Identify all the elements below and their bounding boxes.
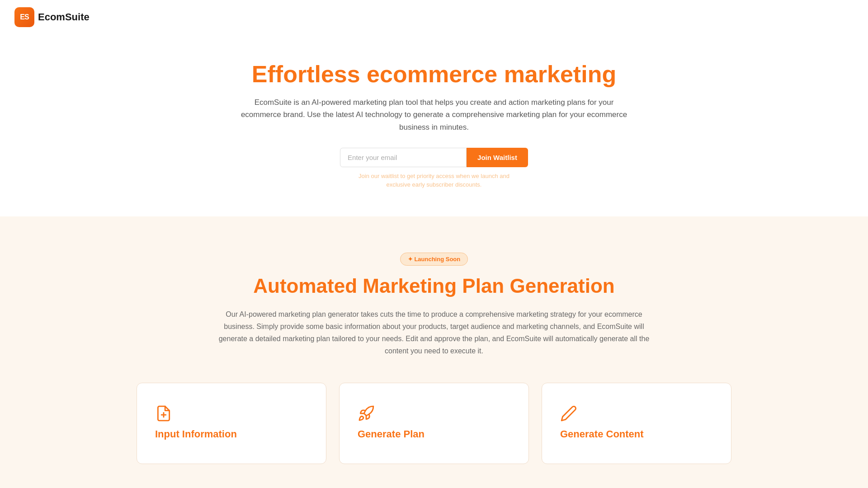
hero-title: Effortless ecommerce marketing	[9, 61, 859, 87]
hero-form: Join Waitlist	[9, 148, 859, 167]
email-input[interactable]	[340, 148, 467, 167]
logo-text: EcomSuite	[38, 11, 90, 23]
card-generate-plan: Generate Plan	[339, 383, 529, 464]
card-title-generate-content: Generate Content	[560, 428, 644, 440]
cards-row: Input Information Generate Plan Generate…	[90, 383, 778, 464]
hero-section: Effortless ecommerce marketing EcomSuite…	[0, 34, 868, 216]
feature-title: Automated Marketing Plan Generation	[90, 275, 778, 297]
pencil-icon	[560, 405, 577, 422]
launching-badge: ✦ Launching Soon	[400, 253, 468, 266]
logo-icon: ES	[14, 7, 34, 27]
card-title-generate-plan: Generate Plan	[358, 428, 425, 440]
logo[interactable]: ES EcomSuite	[14, 7, 90, 27]
rocket-icon	[358, 405, 375, 422]
badge-wrap: ✦ Launching Soon	[90, 253, 778, 266]
card-input-information: Input Information	[137, 383, 326, 464]
join-waitlist-button[interactable]: Join Waitlist	[467, 148, 528, 167]
feature-description: Our AI-powered marketing plan generator …	[217, 308, 651, 357]
navbar: ES EcomSuite	[0, 0, 868, 34]
hero-subtitle: EcomSuite is an AI-powered marketing pla…	[240, 96, 628, 133]
card-title-input-information: Input Information	[155, 428, 237, 440]
card-generate-content: Generate Content	[542, 383, 731, 464]
waitlist-note: Join our waitlist to get priority access…	[357, 172, 511, 189]
feature-section: ✦ Launching Soon Automated Marketing Pla…	[0, 216, 868, 488]
document-icon	[155, 405, 172, 422]
